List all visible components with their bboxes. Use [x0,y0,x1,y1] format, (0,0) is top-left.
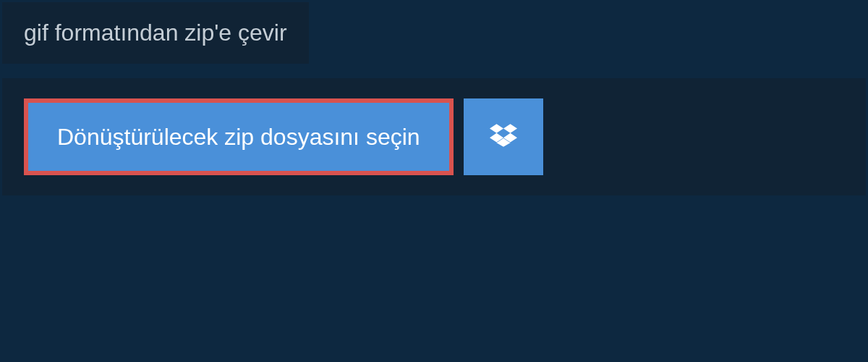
header-tab: gif formatından zip'e çevir [2,2,309,64]
dropbox-icon [490,122,517,152]
button-row: Dönüştürülecek zip dosyasını seçin [24,98,844,175]
dropbox-button[interactable] [464,98,543,175]
page-title: gif formatından zip'e çevir [24,20,287,46]
select-file-button[interactable]: Dönüştürülecek zip dosyasını seçin [24,98,454,175]
content-panel: Dönüştürülecek zip dosyasını seçin [2,78,866,195]
select-file-label: Dönüştürülecek zip dosyasını seçin [57,123,420,151]
